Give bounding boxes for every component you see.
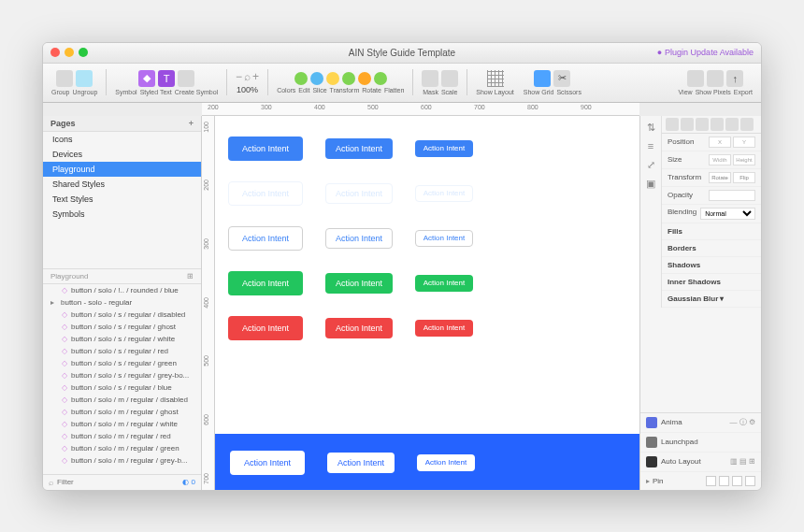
button-inverse-sm[interactable]: Action Intent xyxy=(417,454,475,471)
filter-bar: ⌕ ◐ 0 xyxy=(43,474,201,490)
button-blue-md[interactable]: Action Intent xyxy=(325,138,393,159)
width-field[interactable]: Width xyxy=(709,154,731,165)
borders-section[interactable]: Borders xyxy=(662,240,761,257)
fills-section[interactable]: Fills xyxy=(662,223,761,240)
inspector-tool-strip: ⇅ ≡ ⤢ ▣ xyxy=(640,116,662,308)
page-item-symbols[interactable]: Symbols xyxy=(43,207,201,222)
symbol-icon: ◇ xyxy=(62,359,67,367)
button-blue-lg[interactable]: Action Intent xyxy=(228,137,303,161)
rotate-button[interactable]: Rotate xyxy=(709,172,731,183)
page-item-playground[interactable]: Playground xyxy=(43,162,201,177)
position-label: Position xyxy=(668,137,705,146)
window-title: AIN Style Guide Template xyxy=(43,48,761,58)
slice-icon[interactable] xyxy=(326,72,339,85)
symbol-icon: ◇ xyxy=(62,347,67,355)
show-pixels-icon[interactable] xyxy=(707,70,724,87)
align-row[interactable] xyxy=(662,116,761,134)
button-white-sm[interactable]: Action Intent xyxy=(415,230,473,247)
symbol-icon[interactable]: ◆ xyxy=(138,70,155,87)
distribute-icon[interactable]: ≡ xyxy=(644,140,657,153)
zoom-level[interactable]: 100% xyxy=(237,85,258,94)
inner-shadows-section[interactable]: Inner Shadows xyxy=(662,274,761,291)
transform-label: Transform xyxy=(668,173,705,181)
ungroup-icon[interactable] xyxy=(76,70,93,87)
anima-icon xyxy=(646,417,657,428)
opacity-slider[interactable] xyxy=(709,190,755,201)
symbol-icon: ◇ xyxy=(62,395,67,404)
symbol-icon: ◇ xyxy=(62,286,67,295)
create-symbol-icon[interactable] xyxy=(178,70,194,87)
button-red-md[interactable]: Action Intent xyxy=(325,318,393,338)
flip-button[interactable]: Flip xyxy=(733,172,755,183)
export-icon[interactable]: ↑ xyxy=(726,70,743,87)
size-label: Size xyxy=(668,155,705,164)
show-layout-icon[interactable] xyxy=(487,70,504,87)
gaussian-blur-section[interactable]: Gaussian Blur ▾ xyxy=(662,291,761,308)
colors-icon[interactable] xyxy=(294,72,308,85)
shadows-section[interactable]: Shadows xyxy=(662,257,761,274)
pin-box[interactable] xyxy=(732,476,742,486)
blending-label: Blending xyxy=(668,208,696,220)
transform-icon[interactable] xyxy=(342,72,355,85)
layers-section-title: Playground xyxy=(50,272,88,280)
page-item-text-styles[interactable]: Text Styles xyxy=(43,192,201,207)
button-green-md[interactable]: Action Intent xyxy=(325,273,393,294)
show-grid-icon[interactable] xyxy=(534,70,551,87)
add-page-button[interactable]: + xyxy=(189,119,194,128)
page-item-icons[interactable]: Icons xyxy=(43,132,201,147)
filter-toggle-icon[interactable]: ◐ 0 xyxy=(182,478,195,486)
search-icon: ⌕ xyxy=(49,478,53,487)
button-red-lg[interactable]: Action Intent xyxy=(228,316,303,340)
button-red-sm[interactable]: Action Intent xyxy=(415,320,473,337)
plugin-launchpad[interactable]: Launchpad xyxy=(640,433,761,453)
scissors-icon[interactable]: ✂ xyxy=(553,70,570,87)
pin-box[interactable] xyxy=(719,476,729,486)
button-ghost-md[interactable]: Action Intent xyxy=(325,183,393,204)
height-field[interactable]: Height xyxy=(733,154,755,165)
button-ghost-sm[interactable]: Action Intent xyxy=(415,185,473,202)
pin-row[interactable]: ▸Pin xyxy=(640,472,761,490)
align-icon[interactable]: ⇅ xyxy=(644,122,657,135)
button-green-sm[interactable]: Action Intent xyxy=(415,275,473,292)
plugin-anima[interactable]: Anima— ⓘ ⚙ xyxy=(640,413,761,433)
button-blue-sm[interactable]: Action Intent xyxy=(415,140,473,157)
button-white-lg[interactable]: Action Intent xyxy=(228,226,303,251)
button-inverse-lg[interactable]: Action Intent xyxy=(230,451,305,475)
zoom-glass-icon[interactable]: ⌕ xyxy=(244,70,251,83)
zoom-out-icon[interactable]: − xyxy=(236,70,242,83)
mask-icon[interactable] xyxy=(422,70,438,87)
page-item-shared-styles[interactable]: Shared Styles xyxy=(43,177,201,192)
blending-select[interactable]: Normal xyxy=(700,208,755,220)
symbol-icon: ◇ xyxy=(62,335,67,343)
zoom-in-icon[interactable]: + xyxy=(252,70,259,83)
ruler-vertical: 100200300400500600700 xyxy=(202,116,215,490)
scale-icon[interactable] xyxy=(441,70,458,87)
rotate-icon[interactable] xyxy=(358,72,371,85)
auto-layout-icon xyxy=(646,456,657,467)
button-green-lg[interactable]: Action Intent xyxy=(228,271,303,295)
resize-icon[interactable]: ⤢ xyxy=(644,159,657,172)
button-inverse-md[interactable]: Action Intent xyxy=(327,453,395,473)
layer-group[interactable]: button - solo - regular xyxy=(43,296,201,309)
filter-input[interactable] xyxy=(57,478,179,486)
pin-box[interactable] xyxy=(745,476,755,486)
flatten-icon[interactable] xyxy=(374,72,387,85)
view-icon[interactable] xyxy=(687,70,704,87)
button-white-md[interactable]: Action Intent xyxy=(325,228,393,249)
inspector: ⇅ ≡ ⤢ ▣ PositionXY SizeWidthHeight Trans… xyxy=(639,116,761,490)
canvas[interactable]: 100200300400500600700 Action Intent Acti… xyxy=(202,116,639,490)
x-field[interactable]: X xyxy=(709,137,731,148)
plugin-auto-layout[interactable]: Auto Layout▥ ▤ ⊞ xyxy=(640,453,761,472)
symbol-icon: ◇ xyxy=(62,420,67,428)
y-field[interactable]: Y xyxy=(733,137,755,148)
layers-expand-icon[interactable]: ⊞ xyxy=(187,272,194,280)
edit-icon[interactable] xyxy=(310,72,323,85)
image-icon[interactable]: ▣ xyxy=(644,178,657,191)
symbol-icon: ◇ xyxy=(62,456,67,465)
pin-expand-icon[interactable]: ▸ xyxy=(646,477,650,485)
group-icon[interactable] xyxy=(56,70,73,87)
styled-text-icon[interactable]: T xyxy=(158,70,175,87)
page-item-devices[interactable]: Devices xyxy=(43,147,201,162)
button-ghost-lg[interactable]: Action Intent xyxy=(228,181,303,206)
pin-box[interactable] xyxy=(706,476,716,486)
